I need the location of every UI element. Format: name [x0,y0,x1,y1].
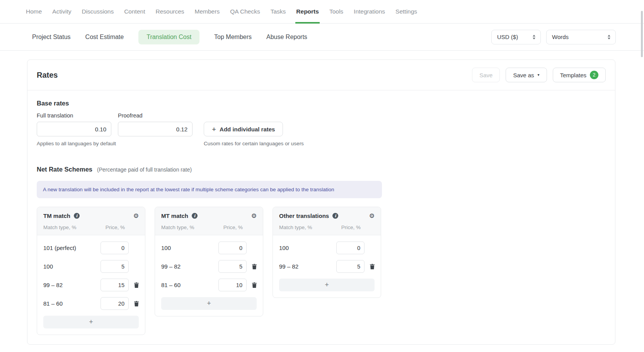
panel-rows: 100 99 – 82 81 – 60 [155,235,263,291]
trash-icon[interactable] [252,264,257,269]
panel-header: Other translations i ⚙ Match type, % Pri… [273,207,381,235]
save-as-button[interactable]: Save as ▾ [506,68,547,82]
nav-item-tools[interactable]: Tools [329,0,343,23]
rate-row: 100 [43,260,139,273]
unit-select[interactable]: Words [546,30,616,44]
tab-translation-cost[interactable]: Translation Cost [138,30,199,44]
nav-item-label: Activity [52,8,71,15]
tab-project-status[interactable]: Project Status [32,30,71,44]
nav-item-qa-checks[interactable]: QA Checks [230,0,260,23]
trash-icon[interactable] [252,282,257,288]
price-input[interactable] [101,260,129,273]
panel-title: MT match [161,213,188,219]
info-icon[interactable]: i [192,213,198,219]
nav-item-label: Reports [296,8,319,15]
nav-item-tasks[interactable]: Tasks [271,0,286,23]
match-type-label: 99 – 82 [43,282,101,288]
updown-chevron-icon [532,35,536,39]
panel-title: Other translations [279,213,329,219]
panel-header: MT match i ⚙ Match type, % Price, % [155,207,263,235]
nav-item-discussions[interactable]: Discussions [82,0,114,23]
nav-item-label: Settings [395,8,417,15]
price-input[interactable] [218,241,247,254]
match-type-label: 99 – 82 [161,263,218,270]
rates-card-header: Rates Save Save as ▾ Templates 2 [27,60,615,90]
match-type-label: 100 [43,263,101,270]
match-type-label: 100 [161,245,218,251]
tab-cost-estimate[interactable]: Cost Estimate [85,30,124,44]
top-nav: Home Activity Discussions Content Resour… [0,0,644,24]
save-button-label: Save [479,72,492,78]
trash-icon[interactable] [370,264,375,269]
add-rate-row-button[interactable]: + [279,279,375,291]
trash-icon[interactable] [134,301,139,306]
match-type-label: 99 – 82 [279,263,336,270]
gear-icon[interactable]: ⚙ [369,213,375,219]
tab-top-members[interactable]: Top Members [214,30,252,44]
page-title: Rates [37,71,58,80]
info-icon[interactable]: i [332,213,338,219]
base-rates-heading: Base rates [37,100,606,107]
match-type-label: 101 (perfect) [43,245,101,251]
currency-select-value: USD ($) [497,34,518,40]
rate-row: 100 [161,241,257,254]
price-column-header: Price, % [106,224,139,230]
currency-select[interactable]: USD ($) [491,30,541,44]
rate-row: 99 – 82 [161,260,257,273]
nav-item-home[interactable]: Home [26,0,42,23]
add-rate-row-button[interactable]: + [161,297,257,310]
panel-rows: 100 99 – 82 [273,235,381,273]
full-translation-label: Full translation [37,112,111,119]
tab-abuse-reports[interactable]: Abuse Reports [266,30,307,44]
price-input[interactable] [101,279,129,291]
rate-row: 81 – 60 [43,297,139,310]
price-input[interactable] [218,279,247,291]
panel-other-translations: Other translations i ⚙ Match type, % Pri… [273,207,381,298]
price-input[interactable] [101,297,129,310]
base-rates-note: Applies to all languages by default [37,141,204,146]
unit-select-value: Words [552,34,569,40]
match-type-label: 81 – 60 [43,300,101,307]
match-type-label: 100 [279,245,336,251]
nav-item-label: Discussions [82,8,114,15]
nav-item-activity[interactable]: Activity [52,0,71,23]
updown-chevron-icon [607,35,611,39]
vertical-scrollbar[interactable] [641,11,643,57]
trash-icon[interactable] [134,282,139,288]
nav-item-label: Tools [329,8,343,15]
nav-item-label: Home [26,8,42,15]
gear-icon[interactable]: ⚙ [133,213,139,219]
add-rate-row-button[interactable]: + [43,316,139,328]
price-column-header: Price, % [223,224,257,230]
nav-item-content[interactable]: Content [124,0,145,23]
full-translation-input[interactable] [37,122,111,136]
nav-item-resources[interactable]: Resources [155,0,184,23]
price-input[interactable] [218,260,247,273]
nav-item-label: Resources [155,8,184,15]
rates-card: Rates Save Save as ▾ Templates 2 Base ra… [27,60,615,345]
report-tabs-bar: Project StatusCost EstimateTranslation C… [0,24,644,51]
nav-item-settings[interactable]: Settings [395,0,417,23]
add-individual-rates-button[interactable]: + Add individual rates [204,122,283,136]
info-icon[interactable]: i [74,213,80,219]
match-type-column-header: Match type, % [161,224,223,230]
panel-header: TM match i ⚙ Match type, % Price, % [37,207,145,235]
price-input[interactable] [336,260,365,273]
price-input[interactable] [101,241,129,254]
nav-item-label: Content [124,8,145,15]
save-button[interactable]: Save [472,68,500,82]
proofread-input[interactable] [118,122,193,136]
save-as-button-label: Save as [513,72,534,78]
rate-row: 81 – 60 [161,279,257,291]
gear-icon[interactable]: ⚙ [251,213,257,219]
match-type-label: 81 – 60 [161,282,218,288]
nav-item-members[interactable]: Members [195,0,220,23]
templates-button[interactable]: Templates 2 [553,68,606,82]
plus-icon: + [212,126,216,133]
rate-scheme-panels: TM match i ⚙ Match type, % Price, % 101 … [37,207,606,335]
price-input[interactable] [336,241,365,254]
rate-row: 101 (perfect) [43,241,139,254]
proofread-label: Proofread [118,112,193,119]
nav-item-reports[interactable]: Reports [296,0,319,23]
nav-item-integrations[interactable]: Integrations [354,0,385,23]
